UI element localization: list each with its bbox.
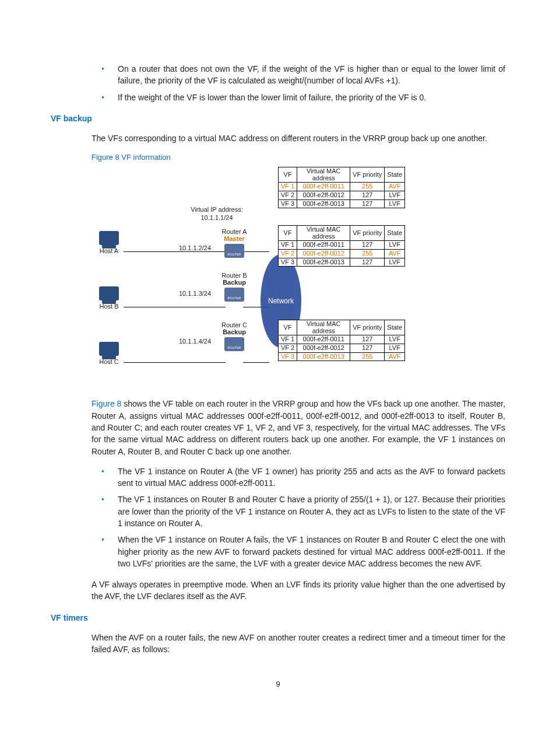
diagram-vf-info: Host A Host B Host C Virtual IP address:…	[92, 167, 418, 388]
cloud-label: Network	[268, 296, 294, 306]
host-a: Host A	[92, 231, 126, 256]
paragraph-preempt: A VF always operates in preemptive mode.…	[92, 579, 505, 603]
heading-vf-timers: VF timers	[51, 612, 505, 624]
router-icon	[224, 244, 244, 258]
list-item: The VF 1 instances on Router B and Route…	[118, 494, 505, 529]
link-line	[124, 362, 226, 363]
ip-label: 10.1.1.3/24	[179, 289, 211, 299]
router-icon	[224, 288, 244, 302]
bullet-list-top: On a router that does not own the VF, if…	[92, 63, 505, 103]
heading-vf-backup: VF backup	[51, 113, 505, 124]
vf-table-router-b: VFVirtual MAC addressVF priorityState VF…	[278, 225, 405, 267]
ip-label: 10.1.1.4/24	[179, 337, 211, 346]
list-item: The VF 1 instance on Router A (the VF 1 …	[118, 466, 505, 489]
figure-caption: Figure 8 VF information	[92, 152, 505, 163]
router-name: Router C	[214, 321, 255, 328]
router-b: Router B Backup	[214, 272, 255, 301]
figure-reference: Figure 8	[92, 399, 121, 408]
router-a: Router A Master	[214, 228, 255, 257]
paragraph-after-figure: Figure 8 shows the VF table on each rout…	[92, 398, 505, 457]
list-item: If the weight of the VF is lower than th…	[118, 92, 505, 103]
computer-icon	[99, 286, 119, 300]
router-icon	[224, 337, 244, 351]
router-c: Router C Backup	[214, 321, 255, 351]
computer-icon	[99, 342, 119, 356]
router-name: Router B	[214, 272, 255, 279]
page-number: 9	[51, 679, 505, 690]
host-c: Host C	[92, 342, 126, 367]
paragraph-text: shows the VF table on each router in the…	[92, 399, 505, 456]
computer-icon	[99, 231, 119, 245]
vip-title: Virtual IP address:	[191, 206, 242, 213]
virtual-ip-label: Virtual IP address: 10.1.1.1/24	[182, 206, 252, 221]
vf-table-router-c: VFVirtual MAC addressVF priorityState VF…	[278, 320, 405, 361]
bullet-list-mid: The VF 1 instance on Router A (the VF 1 …	[92, 466, 505, 569]
vf-table-router-a: VFVirtual MAC addressVF priorityState VF…	[278, 167, 405, 208]
ip-label: 10.1.1.2/24	[179, 244, 211, 253]
router-type: Master	[214, 235, 255, 242]
link-line	[124, 307, 226, 307]
list-item: When the VF 1 instance on Router A fails…	[118, 534, 505, 569]
list-item: On a router that does not own the VF, if…	[118, 63, 505, 87]
paragraph-vf-timers: When the AVF on a router fails, the new …	[92, 632, 505, 656]
router-name: Router A	[214, 228, 255, 235]
link-line	[243, 362, 269, 363]
host-b: Host B	[92, 286, 126, 312]
router-type: Backup	[214, 279, 255, 286]
paragraph-vf-backup-intro: The VFs corresponding to a virtual MAC a…	[92, 132, 505, 144]
router-type: Backup	[214, 328, 255, 335]
vip-value: 10.1.1.1/24	[200, 214, 233, 221]
